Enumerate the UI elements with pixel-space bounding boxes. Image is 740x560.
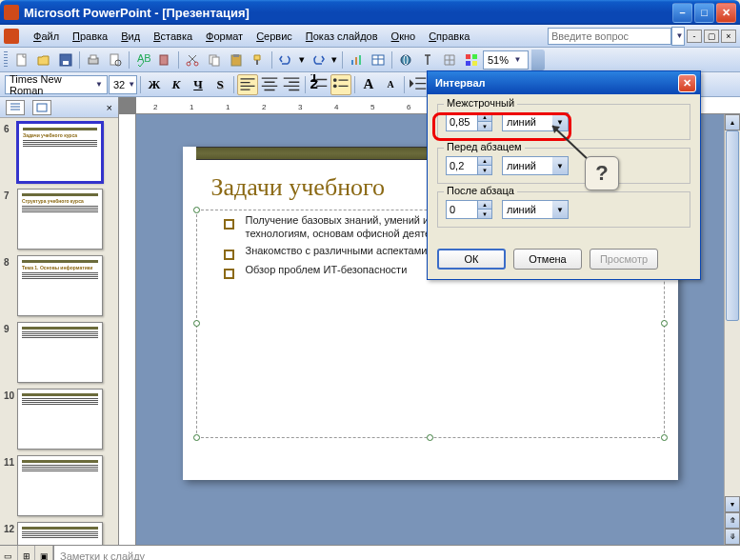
copy-icon[interactable] <box>204 50 225 70</box>
resize-handle[interactable] <box>661 434 668 441</box>
dialog-titlebar[interactable]: Интервал ✕ <box>428 71 700 94</box>
show-formatting-icon[interactable] <box>417 50 438 70</box>
cut-icon[interactable] <box>182 50 203 70</box>
shadow-button[interactable]: S <box>210 74 230 95</box>
slide-thumbnail[interactable]: 12 <box>4 522 114 545</box>
before-input[interactable] <box>447 157 477 174</box>
mdi-close-button[interactable]: × <box>721 30 736 43</box>
menu-показ слайдов[interactable]: Показ слайдов <box>299 28 385 45</box>
slide-thumbnail[interactable]: 7Структура учебного курса <box>4 189 114 250</box>
redo-dropdown[interactable]: ▾ <box>330 50 339 70</box>
panel-close-icon[interactable]: × <box>107 102 112 113</box>
decrease-indent-button[interactable] <box>408 74 429 95</box>
next-slide-button[interactable]: ⤋ <box>725 529 740 545</box>
scroll-down-button[interactable]: ▾ <box>725 496 740 512</box>
toolbar-overflow[interactable] <box>531 50 545 70</box>
sorter-view-button[interactable]: ⊞ <box>18 546 36 560</box>
spin-down[interactable]: ▼ <box>477 122 491 130</box>
outline-tab[interactable] <box>6 100 25 115</box>
undo-dropdown[interactable]: ▾ <box>297 50 307 70</box>
help-dropdown[interactable]: ▼ <box>671 27 685 46</box>
menu-файл[interactable]: Файл <box>27 28 66 45</box>
font-size-combo[interactable]: 32▼ <box>109 75 137 94</box>
spin-up[interactable]: ▲ <box>477 113 491 122</box>
align-right-button[interactable] <box>281 74 302 95</box>
font-name-combo[interactable]: Times New Roman▼ <box>5 75 108 94</box>
paste-icon[interactable] <box>226 50 247 70</box>
menu-сервис[interactable]: Сервис <box>250 28 299 45</box>
after-unit-select[interactable]: линий ▼ <box>502 200 569 219</box>
table-icon[interactable] <box>368 50 389 70</box>
close-button[interactable]: ✕ <box>716 3 736 23</box>
research-icon[interactable] <box>154 50 175 70</box>
dialog-close-button[interactable]: ✕ <box>678 74 696 92</box>
undo-icon[interactable] <box>275 50 296 70</box>
resize-handle[interactable] <box>193 320 200 327</box>
grid-icon[interactable] <box>439 50 460 70</box>
menu-справка[interactable]: Справка <box>422 28 476 45</box>
slideshow-view-button[interactable]: ▣ <box>35 546 53 560</box>
scroll-thumb[interactable] <box>726 130 739 321</box>
chevron-down-icon[interactable]: ▼ <box>552 201 568 218</box>
help-search-input[interactable] <box>548 28 671 45</box>
slide-thumbnail[interactable]: 8Тема 1. Основы информатики <box>4 255 114 316</box>
cancel-button[interactable]: Отмена <box>513 249 582 270</box>
numbered-list-button[interactable]: 12 <box>309 74 330 95</box>
slides-tab[interactable] <box>32 100 51 115</box>
menu-формат[interactable]: Формат <box>199 28 250 45</box>
slide-thumbnail[interactable]: 6Задачи учебного курса <box>4 122 114 183</box>
bulleted-list-button[interactable] <box>330 74 351 95</box>
menu-окно[interactable]: Окно <box>385 28 423 45</box>
hyperlink-icon[interactable] <box>395 50 416 70</box>
after-spinner[interactable]: ▲▼ <box>446 200 492 219</box>
underline-button[interactable]: Ч <box>188 74 209 95</box>
format-painter-icon[interactable] <box>248 50 269 70</box>
vertical-ruler[interactable] <box>119 114 136 545</box>
resize-handle[interactable] <box>193 434 200 441</box>
resize-handle[interactable] <box>661 320 668 327</box>
chart-icon[interactable] <box>346 50 367 70</box>
preview-button[interactable]: Просмотр <box>590 249 658 270</box>
vertical-scrollbar[interactable]: ▴ ▾ ⤊ ⤋ <box>724 114 740 545</box>
menu-вставка[interactable]: Вставка <box>147 28 199 45</box>
open-icon[interactable] <box>33 50 54 70</box>
slide-thumbnail[interactable]: 9 <box>4 322 114 383</box>
notes-text[interactable]: Заметки к слайду <box>54 550 740 561</box>
color-icon[interactable] <box>461 50 482 70</box>
toolbar-grip[interactable] <box>4 51 8 69</box>
redo-icon[interactable] <box>308 50 329 70</box>
print-icon[interactable] <box>83 50 104 70</box>
resize-handle[interactable] <box>193 207 200 213</box>
maximize-button[interactable]: □ <box>694 3 714 23</box>
increase-font-button[interactable]: A <box>358 74 379 95</box>
minimize-button[interactable]: – <box>672 3 692 23</box>
scroll-up-button[interactable]: ▴ <box>725 114 740 130</box>
slide-thumbnail[interactable]: 10 <box>4 389 114 450</box>
resize-handle[interactable] <box>427 434 433 441</box>
zoom-combo[interactable]: 51%▼ <box>483 50 529 70</box>
thumbnails-list[interactable]: 6Задачи учебного курса7Структура учебног… <box>0 118 118 545</box>
after-input[interactable] <box>447 201 477 218</box>
align-center-button[interactable] <box>259 74 280 95</box>
new-icon[interactable] <box>11 50 32 70</box>
italic-button[interactable]: К <box>166 74 187 95</box>
slide-thumbnail[interactable]: 11 <box>4 455 114 516</box>
line-spacing-spinner[interactable]: ▲▼ <box>446 112 492 131</box>
menu-вид[interactable]: Вид <box>114 28 147 45</box>
line-spacing-input[interactable] <box>447 113 477 130</box>
save-icon[interactable] <box>55 50 76 70</box>
ok-button[interactable]: ОК <box>437 249 506 270</box>
spelling-icon[interactable]: ABC <box>132 50 153 70</box>
decrease-font-button[interactable]: A <box>380 74 401 95</box>
mdi-restore-button[interactable]: ▢ <box>704 30 719 43</box>
bold-button[interactable]: Ж <box>144 74 165 95</box>
menu-правка[interactable]: Правка <box>66 28 114 45</box>
prev-slide-button[interactable]: ⤊ <box>725 512 740 529</box>
align-left-button[interactable] <box>237 74 258 95</box>
print-preview-icon[interactable] <box>105 50 126 70</box>
svg-rect-15 <box>351 60 353 65</box>
before-spinner[interactable]: ▲▼ <box>446 156 492 175</box>
document-icon <box>4 29 19 44</box>
mdi-minimize-button[interactable]: - <box>687 30 702 43</box>
normal-view-button[interactable]: ▭ <box>0 546 18 560</box>
